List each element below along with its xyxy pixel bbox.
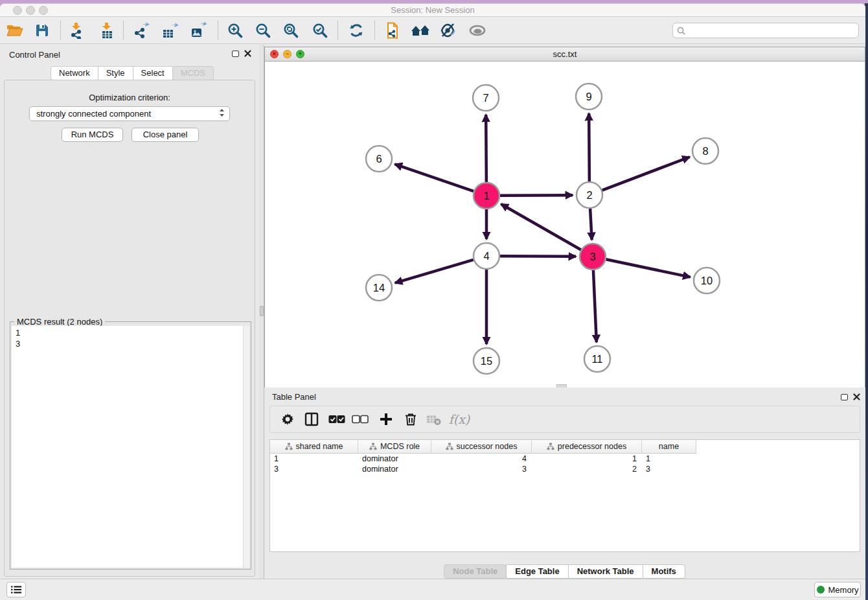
tab-edge-table[interactable]: Edge Table: [506, 564, 568, 579]
column-header[interactable]: successor nodes: [431, 440, 532, 454]
close-panel-button[interactable]: Close panel: [131, 128, 199, 142]
network-canvas[interactable]: 7968124314101511: [265, 62, 865, 387]
function-builder-icon[interactable]: f(x): [449, 412, 470, 426]
dropdown-chevrons-icon: [218, 108, 225, 120]
splitter-grip[interactable]: [260, 306, 264, 316]
close-table-panel-icon[interactable]: [853, 393, 860, 400]
tab-mcds[interactable]: MCDS: [172, 66, 214, 80]
mcds-result-line[interactable]: 1: [16, 327, 243, 338]
network-window-title: scc.txt: [265, 49, 865, 59]
float-panel-icon[interactable]: [232, 51, 239, 57]
graph-node-8[interactable]: 8: [692, 138, 718, 164]
node-table: shared nameMCDS rolesuccessor nodesprede…: [269, 439, 860, 552]
zoom-fit-icon[interactable]: [282, 22, 299, 39]
column-header-label: successor nodes: [457, 442, 518, 451]
graph-edge-4-3[interactable]: [500, 256, 576, 257]
svg-text:7: 7: [483, 92, 488, 104]
add-column-icon[interactable]: [379, 412, 393, 426]
graphics-details-icon[interactable]: [440, 22, 457, 39]
graph-edge-4-14[interactable]: [395, 260, 474, 283]
table-cell[interactable]: 1: [642, 454, 696, 464]
export-network-icon[interactable]: [133, 22, 150, 39]
refresh-layout-icon[interactable]: [348, 22, 365, 39]
graph-edge-3-10[interactable]: [606, 259, 691, 277]
graph-node-7[interactable]: 7: [473, 85, 499, 111]
optimization-criterion-dropdown[interactable]: strongly connected component: [29, 106, 230, 121]
search-input[interactable]: [688, 26, 858, 36]
table-body: 1dominator4113dominator323: [270, 454, 860, 474]
graph-node-10[interactable]: 10: [694, 268, 720, 294]
deselect-all-icon[interactable]: [352, 415, 369, 424]
graph-node-4[interactable]: 4: [474, 243, 499, 269]
graph-node-14[interactable]: 14: [366, 275, 392, 301]
save-icon[interactable]: [34, 23, 50, 38]
zoom-out-icon[interactable]: [255, 22, 271, 39]
float-table-panel-icon[interactable]: [841, 394, 848, 400]
graph-node-3[interactable]: 3: [580, 244, 606, 270]
graph-edge-2-8[interactable]: [602, 157, 690, 190]
network-window-titlebar: × − + scc.txt: [265, 47, 865, 62]
delete-column-icon[interactable]: [404, 412, 418, 426]
import-network-icon[interactable]: [68, 22, 85, 39]
open-folder-icon[interactable]: [6, 23, 23, 38]
columns-icon[interactable]: [304, 412, 319, 426]
column-header[interactable]: predecessor nodes: [532, 440, 642, 454]
birds-eye-icon[interactable]: [468, 23, 486, 38]
mcds-result-line[interactable]: 3: [16, 338, 243, 349]
graph-node-11[interactable]: 11: [584, 346, 610, 372]
graph-node-9[interactable]: 9: [576, 84, 602, 110]
column-header[interactable]: shared name: [270, 440, 358, 454]
graph-edge-2-9[interactable]: [589, 113, 589, 181]
graph-edge-1-6[interactable]: [395, 164, 474, 191]
column-header[interactable]: name: [642, 440, 696, 454]
run-mcds-button[interactable]: Run MCDS: [62, 128, 123, 142]
table-cell[interactable]: 1: [532, 454, 642, 464]
tab-network[interactable]: Network: [51, 66, 98, 80]
graph-edge-2-3[interactable]: [590, 209, 592, 240]
graph-edge-1-2[interactable]: [500, 195, 573, 196]
close-panel-icon[interactable]: [244, 50, 251, 57]
table-cell[interactable]: 3: [270, 464, 358, 474]
zoom-in-icon[interactable]: [227, 22, 244, 39]
tab-style[interactable]: Style: [98, 66, 133, 80]
table-row[interactable]: 3dominator323: [270, 464, 860, 474]
zoom-selected-icon[interactable]: [312, 22, 328, 39]
tab-node-table[interactable]: Node Table: [444, 564, 507, 579]
graph-node-1[interactable]: 1: [474, 183, 499, 209]
desktop-background: Session: New Session: [0, 0, 868, 600]
graph-edge-3-11[interactable]: [593, 270, 597, 342]
select-all-icon[interactable]: [328, 415, 345, 424]
table-cell[interactable]: 3: [431, 464, 532, 474]
column-header[interactable]: MCDS role: [358, 440, 431, 454]
gear-icon[interactable]: [280, 412, 295, 426]
tab-select[interactable]: Select: [133, 66, 173, 80]
table-cell[interactable]: 3: [642, 464, 696, 474]
delete-table-icon[interactable]: [426, 413, 442, 426]
homes-icon[interactable]: [411, 23, 430, 38]
search-field[interactable]: [672, 23, 859, 38]
mcds-result-list[interactable]: 13: [12, 326, 243, 568]
graph-node-2[interactable]: 2: [577, 182, 602, 208]
graph-node-6[interactable]: 6: [366, 146, 392, 172]
memory-button[interactable]: Memory: [814, 582, 861, 597]
network-document-icon[interactable]: [384, 22, 401, 39]
panel-splitter[interactable]: [259, 45, 264, 579]
export-image-icon[interactable]: [190, 22, 207, 39]
table-row[interactable]: 1dominator411: [270, 454, 860, 464]
table-tabs: Node Table Edge Table Network Table Moti…: [264, 564, 865, 579]
graph-node-15[interactable]: 15: [474, 348, 499, 374]
tab-network-table[interactable]: Network Table: [568, 564, 643, 579]
table-cell[interactable]: 1: [270, 454, 358, 464]
network-resize-grip[interactable]: [556, 384, 567, 387]
tab-motifs[interactable]: Motifs: [643, 564, 685, 579]
table-cell[interactable]: 2: [532, 464, 642, 474]
graph-edge-1-7[interactable]: [486, 115, 486, 182]
export-table-icon[interactable]: [161, 22, 178, 39]
import-table-icon[interactable]: [98, 22, 115, 39]
table-cell[interactable]: dominator: [358, 454, 431, 464]
mcds-result-scrollbar[interactable]: [243, 326, 249, 568]
graph-edge-3-1[interactable]: [501, 204, 581, 250]
show-tasks-button[interactable]: [6, 582, 26, 597]
table-cell[interactable]: 4: [431, 454, 532, 464]
table-cell[interactable]: dominator: [358, 464, 431, 474]
